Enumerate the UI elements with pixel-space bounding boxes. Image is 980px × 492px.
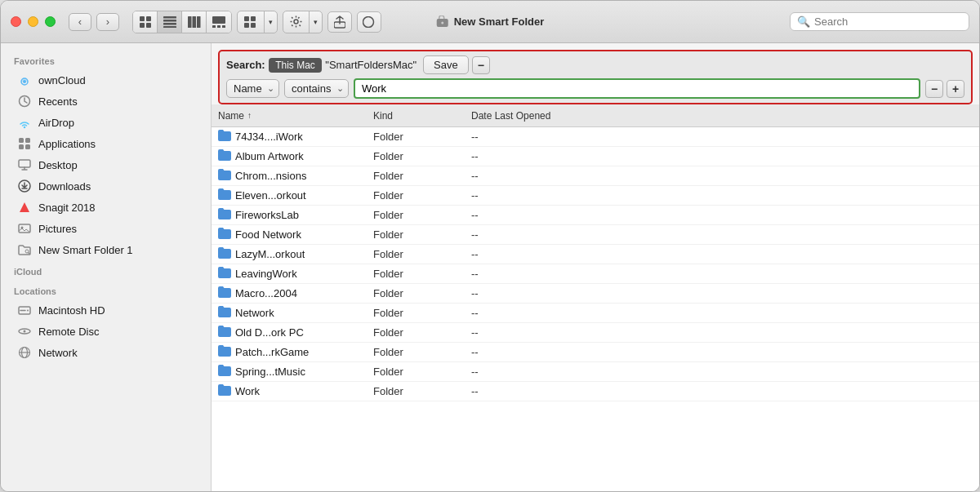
owncloud-label: ownCloud bbox=[38, 74, 86, 86]
table-row[interactable]: Eleven...orkout Folder -- bbox=[212, 186, 979, 206]
file-name-text: LeavingWork bbox=[235, 268, 297, 280]
file-date-cell: -- bbox=[471, 150, 635, 162]
table-row[interactable]: Network Folder -- bbox=[212, 304, 979, 323]
gallery-view-button[interactable] bbox=[207, 11, 231, 33]
svg-rect-28 bbox=[19, 138, 24, 143]
applications-icon bbox=[17, 136, 32, 151]
table-row[interactable]: FireworksLab Folder -- bbox=[212, 206, 979, 225]
actions-dropdown-arrow[interactable]: ▾ bbox=[309, 11, 322, 33]
top-minus-button[interactable]: − bbox=[472, 56, 490, 74]
svg-rect-3 bbox=[146, 23, 151, 28]
column-headers: Name ↑ Kind Date Last Opened bbox=[212, 104, 979, 127]
sidebar-item-recents[interactable]: Recents bbox=[4, 91, 207, 112]
sidebar-item-snagit[interactable]: Snagit 2018 bbox=[4, 197, 207, 218]
sidebar-item-downloads[interactable]: Downloads bbox=[4, 175, 207, 197]
maximize-button[interactable] bbox=[45, 16, 56, 27]
list-view-icon bbox=[163, 16, 176, 28]
search-top-row: Search: This Mac "SmartFoldersMac" Save … bbox=[226, 55, 964, 74]
table-row[interactable]: Patch...rkGame Folder -- bbox=[212, 343, 979, 362]
date-column-header[interactable]: Date Last Opened bbox=[471, 110, 635, 122]
this-mac-button[interactable]: This Mac bbox=[269, 58, 322, 73]
file-name-cell: Food Network bbox=[218, 228, 373, 242]
file-name-text: Patch...rkGame bbox=[235, 346, 309, 358]
share-button[interactable] bbox=[327, 11, 352, 33]
sidebar-item-desktop[interactable]: Desktop bbox=[4, 154, 207, 175]
file-name-cell: Eleven...orkout bbox=[218, 188, 373, 202]
back-button[interactable]: ‹ bbox=[69, 13, 91, 31]
actions-button[interactable]: ▾ bbox=[283, 11, 323, 33]
toolbar-search-input[interactable] bbox=[814, 16, 962, 28]
main-content: Favorites ownCloud bbox=[1, 43, 979, 491]
sidebar-item-applications[interactable]: Applications bbox=[4, 133, 207, 154]
criteria-minus-button[interactable]: − bbox=[925, 80, 943, 98]
svg-point-44 bbox=[24, 330, 26, 333]
svg-point-23 bbox=[441, 21, 443, 24]
recents-icon bbox=[17, 94, 32, 109]
condition-select[interactable]: contains bbox=[284, 79, 349, 98]
arrange-dropdown-arrow[interactable]: ▾ bbox=[264, 11, 277, 33]
sidebar-item-network[interactable]: Network bbox=[4, 342, 207, 363]
name-column-header[interactable]: Name ↑ bbox=[218, 110, 373, 122]
list-view-button[interactable] bbox=[158, 11, 182, 33]
tag-icon bbox=[363, 16, 376, 28]
svg-rect-18 bbox=[251, 23, 256, 28]
sidebar-item-new-smart-folder[interactable]: New Smart Folder 1 bbox=[4, 239, 207, 260]
table-row[interactable]: Spring...tMusic Folder -- bbox=[212, 362, 979, 382]
folder-icon bbox=[218, 169, 231, 183]
table-row[interactable]: Food Network Folder -- bbox=[212, 225, 979, 245]
table-row[interactable]: Chrom...nsions Folder -- bbox=[212, 166, 979, 186]
file-date-cell: -- bbox=[471, 287, 635, 299]
file-kind-cell: Folder bbox=[373, 150, 471, 162]
file-name-cell: FireworksLab bbox=[218, 208, 373, 222]
field-select[interactable]: Name bbox=[226, 79, 279, 98]
folder-name-button[interactable]: "SmartFoldersMac" bbox=[325, 59, 416, 71]
file-kind-cell: Folder bbox=[373, 268, 471, 280]
file-date-cell: -- bbox=[471, 189, 635, 202]
file-name-cell: Network bbox=[218, 306, 373, 320]
criteria-value-input[interactable] bbox=[354, 78, 920, 99]
file-kind-cell: Folder bbox=[373, 287, 471, 299]
network-icon bbox=[17, 345, 32, 360]
file-kind-cell: Folder bbox=[373, 170, 471, 182]
sidebar-item-remote-disc[interactable]: Remote Disc bbox=[4, 321, 207, 342]
table-row[interactable]: LeavingWork Folder -- bbox=[212, 264, 979, 284]
sidebar-item-airdrop[interactable]: AirDrop bbox=[4, 112, 207, 133]
file-name-text: LazyM...orkout bbox=[235, 248, 305, 260]
gallery-view-icon bbox=[212, 16, 225, 28]
criteria-plus-button[interactable]: + bbox=[947, 80, 964, 98]
file-name-text: FireworksLab bbox=[235, 209, 299, 221]
file-name-cell: 74J34....iWork bbox=[218, 130, 373, 144]
sidebar-item-owncloud[interactable]: ownCloud bbox=[4, 69, 207, 91]
table-row[interactable]: Old D...ork PC Folder -- bbox=[212, 323, 979, 343]
nav-buttons: ‹ › bbox=[69, 13, 119, 31]
title-icon bbox=[436, 16, 449, 29]
applications-label: Applications bbox=[38, 138, 96, 150]
svg-rect-7 bbox=[163, 26, 176, 28]
table-row[interactable]: Album Artwork Folder -- bbox=[212, 147, 979, 166]
minimize-button[interactable] bbox=[28, 16, 38, 27]
table-row[interactable]: Macro...2004 Folder -- bbox=[212, 284, 979, 304]
sidebar-item-pictures[interactable]: Pictures bbox=[4, 218, 207, 239]
close-button[interactable] bbox=[11, 16, 21, 27]
file-date-cell: -- bbox=[471, 228, 635, 241]
svg-rect-32 bbox=[19, 160, 30, 167]
file-date-cell: -- bbox=[471, 131, 635, 143]
locations-label: Locations bbox=[1, 280, 211, 299]
arrange-icon bbox=[238, 11, 264, 33]
kind-column-header[interactable]: Kind bbox=[373, 110, 471, 122]
sidebar-item-macintosh-hd[interactable]: Macintosh HD bbox=[4, 299, 207, 321]
column-view-button[interactable] bbox=[182, 11, 207, 33]
table-row[interactable]: LazyM...orkout Folder -- bbox=[212, 245, 979, 264]
forward-button[interactable]: › bbox=[96, 13, 119, 31]
network-sidebar-label: Network bbox=[38, 347, 78, 359]
tag-button[interactable] bbox=[357, 11, 381, 33]
toolbar-search-box[interactable]: 🔍 bbox=[790, 12, 969, 31]
table-row[interactable]: 74J34....iWork Folder -- bbox=[212, 127, 979, 147]
arrange-button[interactable]: ▾ bbox=[237, 11, 278, 33]
file-date-cell: -- bbox=[471, 346, 635, 358]
file-date-cell: -- bbox=[471, 385, 635, 397]
table-row[interactable]: Work Folder -- bbox=[212, 382, 979, 401]
icon-view-button[interactable] bbox=[133, 11, 158, 33]
save-button[interactable]: Save bbox=[423, 55, 469, 74]
file-browser: Search: This Mac "SmartFoldersMac" Save … bbox=[212, 43, 979, 491]
